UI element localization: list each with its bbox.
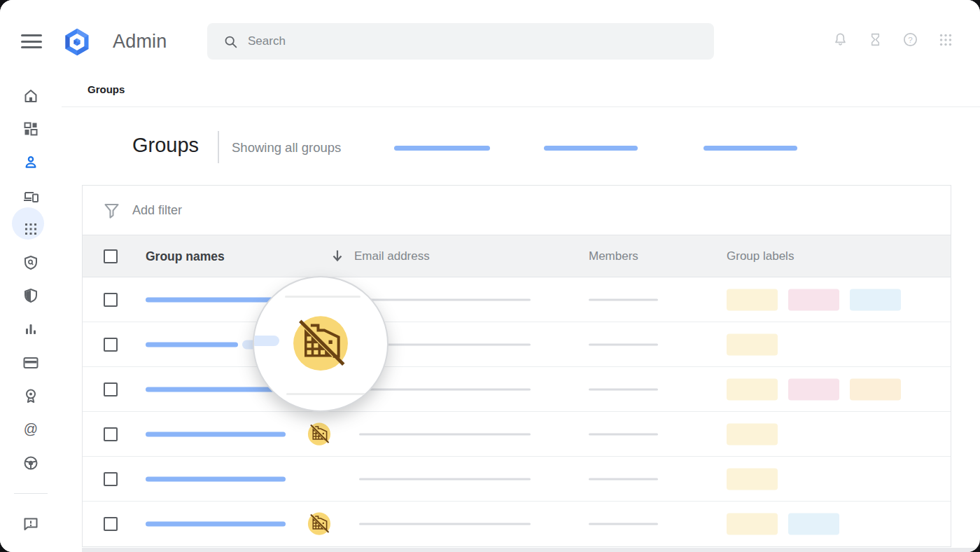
group-label-chip-yellow [727, 378, 778, 400]
group-label-chip-pink [788, 289, 839, 310]
add-filter-button[interactable]: Add filter [83, 186, 951, 235]
members-placeholder [589, 343, 658, 345]
table-row[interactable] [83, 322, 951, 367]
search-icon [223, 34, 238, 49]
group-label-chip-yellow [727, 513, 778, 535]
dashboard-icon[interactable] [22, 120, 39, 137]
menu-icon[interactable] [21, 34, 42, 50]
header-divider [62, 106, 980, 107]
add-filter-label: Add filter [132, 203, 182, 218]
email-placeholder [359, 388, 531, 390]
badge-icon[interactable] [22, 387, 39, 404]
group-labels-cell [727, 423, 778, 445]
app-title: Admin [113, 31, 167, 53]
column-header-email[interactable]: Email address [354, 249, 430, 263]
row-checkbox[interactable] [104, 293, 118, 307]
notifications-icon[interactable] [832, 32, 848, 48]
group-name-placeholder [146, 522, 286, 527]
steering-wheel-icon[interactable] [22, 455, 39, 471]
apps-grid-icon[interactable] [938, 32, 953, 48]
row-checkbox[interactable] [104, 427, 118, 441]
top-bar: Admin Search ? [0, 0, 980, 70]
table-row[interactable] [83, 457, 951, 502]
email-placeholder [359, 433, 531, 435]
table-body [83, 277, 951, 546]
group-label-chip-yellow [727, 423, 778, 445]
filter-funnel-icon [102, 201, 121, 220]
group-labels-cell [727, 378, 901, 400]
apps-icon[interactable] [22, 221, 39, 237]
billing-card-icon[interactable] [22, 354, 39, 371]
group-name-placeholder [146, 476, 286, 481]
table-row[interactable] [83, 277, 951, 322]
table-row[interactable] [83, 502, 951, 546]
group-name-placeholder [146, 432, 286, 436]
header-placeholder-pill [394, 146, 490, 151]
at-sign-icon[interactable]: @ [22, 421, 39, 438]
google-admin-logo [62, 27, 92, 57]
group-label-chip-yellow [727, 289, 778, 310]
members-placeholder [589, 433, 658, 435]
magnified-email-placeholder [285, 296, 360, 298]
group-labels-cell [727, 513, 839, 535]
security-shield-search-icon[interactable] [22, 254, 39, 271]
zoom-lens-callout [253, 276, 388, 412]
members-placeholder [589, 298, 658, 301]
row-checkbox[interactable] [104, 382, 118, 396]
shield-half-icon[interactable] [22, 287, 39, 304]
header-placeholder-pill [704, 146, 797, 151]
external-group-building-disabled-icon [288, 312, 353, 376]
header-placeholder-pill [544, 146, 638, 151]
group-label-chip-blue [788, 513, 839, 535]
sidebar-divider [14, 493, 48, 494]
email-placeholder [359, 478, 531, 480]
external-group-building-disabled-icon [306, 421, 332, 448]
page-subtitle: Showing all groups [232, 140, 341, 156]
magnified-name-placeholder-tail [253, 336, 279, 346]
row-checkbox[interactable] [104, 517, 118, 531]
members-placeholder [589, 478, 658, 480]
select-all-checkbox[interactable] [104, 249, 118, 263]
row-checkbox[interactable] [104, 338, 118, 352]
members-placeholder [589, 523, 658, 525]
feedback-icon[interactable] [22, 516, 39, 532]
bottom-edge-strip [82, 548, 980, 552]
search-input[interactable]: Search [207, 23, 714, 60]
help-icon[interactable]: ? [902, 32, 918, 48]
group-label-chip-yellow [727, 468, 778, 490]
sort-descending-arrow-icon[interactable] [329, 247, 346, 264]
table-row[interactable] [83, 412, 951, 457]
directory-person-icon[interactable] [22, 154, 39, 171]
svg-text:?: ? [908, 36, 912, 44]
column-header-group-names[interactable]: Group names [146, 249, 225, 263]
email-placeholder [359, 523, 531, 525]
group-name-placeholder [146, 387, 286, 392]
title-divider [218, 131, 219, 163]
external-group-building-disabled-icon [306, 511, 332, 537]
row-checkbox[interactable] [104, 472, 118, 486]
svg-text:@: @ [24, 421, 38, 436]
column-header-members[interactable]: Members [589, 249, 638, 263]
column-header-group-labels[interactable]: Group labels [727, 249, 794, 263]
group-labels-cell [727, 289, 901, 310]
table-row[interactable] [83, 367, 951, 412]
hourglass-icon[interactable] [868, 32, 883, 48]
home-icon[interactable] [22, 88, 39, 104]
group-labels-cell [727, 333, 778, 355]
members-placeholder [589, 388, 658, 390]
email-placeholder [359, 298, 531, 301]
search-placeholder: Search [248, 34, 286, 48]
page-title: Groups [132, 134, 199, 157]
sidebar-nav: @ [0, 70, 62, 552]
group-label-chip-blue [850, 289, 901, 310]
group-name-placeholder [146, 342, 238, 347]
reporting-chart-icon[interactable] [22, 321, 39, 338]
devices-icon[interactable] [22, 188, 39, 205]
admin-console-window: Admin Search ? [0, 0, 980, 552]
breadcrumb: Groups [88, 83, 125, 95]
groups-table: Add filter Group names Email address Mem… [82, 185, 951, 547]
table-header-row: Group names Email address Members Group … [83, 235, 951, 277]
magnified-email-placeholder [286, 393, 374, 395]
group-labels-cell [727, 468, 778, 490]
group-label-chip-pink [788, 378, 839, 400]
